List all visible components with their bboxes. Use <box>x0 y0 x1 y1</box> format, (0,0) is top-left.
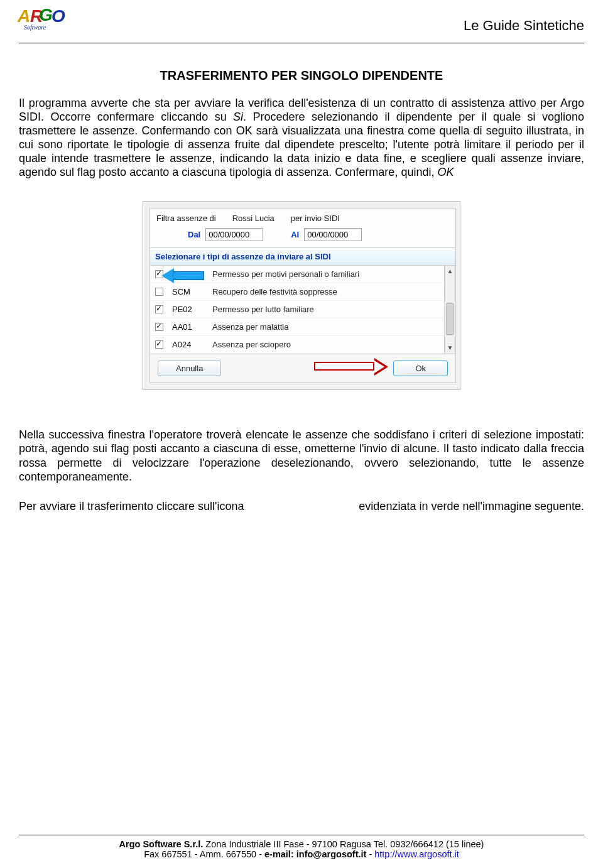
intro-paragraph: Il programma avverte che sta per avviare… <box>19 97 584 180</box>
absence-desc: Assenza per sciopero <box>212 340 450 349</box>
list-item[interactable]: A024 Assenza per sciopero <box>150 336 455 354</box>
argo-logo: ARGO Software <box>19 6 57 38</box>
absence-code: PE02 <box>172 305 204 314</box>
absence-desc: Permesso per motivi personali o familiar… <box>212 269 450 279</box>
dal-input[interactable] <box>205 228 263 241</box>
absence-desc: Permesso per lutto familiare <box>212 305 450 314</box>
al-label: Al <box>291 230 299 239</box>
blue-arrow-annotation <box>161 269 205 282</box>
employee-name: Rossi Lucia <box>222 214 285 223</box>
scroll-up-icon[interactable]: ▲ <box>445 266 455 277</box>
red-arrow-annotation <box>314 359 389 373</box>
checkbox[interactable] <box>155 305 163 313</box>
header-rule <box>19 43 584 43</box>
scroll-down-icon[interactable]: ▼ <box>445 342 455 354</box>
list-item[interactable]: PE02 Permesso per lutto familiare <box>150 301 455 318</box>
filter-label: Filtra assenze di <box>156 214 216 223</box>
scroll-thumb[interactable] <box>446 303 454 335</box>
third-paragraph: Per avviare il trasferimento cliccare su… <box>19 499 584 514</box>
dialog-window: Filtra assenze di Rossi Lucia per invio … <box>143 201 460 390</box>
absence-desc: Assenza per malattia <box>212 322 450 332</box>
checkbox[interactable] <box>155 340 163 349</box>
absence-code: AA01 <box>172 322 204 332</box>
list-header: Selezionare i tipi di assenze da inviare… <box>150 248 455 266</box>
absence-code: SCM <box>172 287 204 296</box>
list-item[interactable]: SCM Recupero delle festività soppresse <box>150 283 455 301</box>
absence-desc: Recupero delle festività soppresse <box>212 287 450 296</box>
ok-button[interactable]: Ok <box>393 361 448 376</box>
scrollbar[interactable]: ▲ ▼ <box>444 266 455 354</box>
al-input[interactable] <box>304 228 362 241</box>
list-item[interactable]: AA01 Assenza per malattia <box>150 318 455 336</box>
guide-title: Le Guide Sintetiche <box>464 6 584 34</box>
dal-label: Dal <box>188 230 200 239</box>
checkbox[interactable] <box>155 323 163 331</box>
list-body: PE03 Permesso per motivi personali o fam… <box>150 266 455 354</box>
page-footer: Argo Software S.r.l. Zona Industriale II… <box>19 835 584 859</box>
cancel-button[interactable]: Annulla <box>158 361 221 376</box>
page-title: TRASFERIMENTO PER SINGOLO DIPENDENTE <box>19 68 584 83</box>
absence-code: A024 <box>172 340 204 349</box>
checkbox[interactable] <box>155 288 163 296</box>
second-paragraph: Nella successiva finestra l'operatore tr… <box>19 428 584 484</box>
filter-suffix: per invio SIDI <box>291 214 340 223</box>
